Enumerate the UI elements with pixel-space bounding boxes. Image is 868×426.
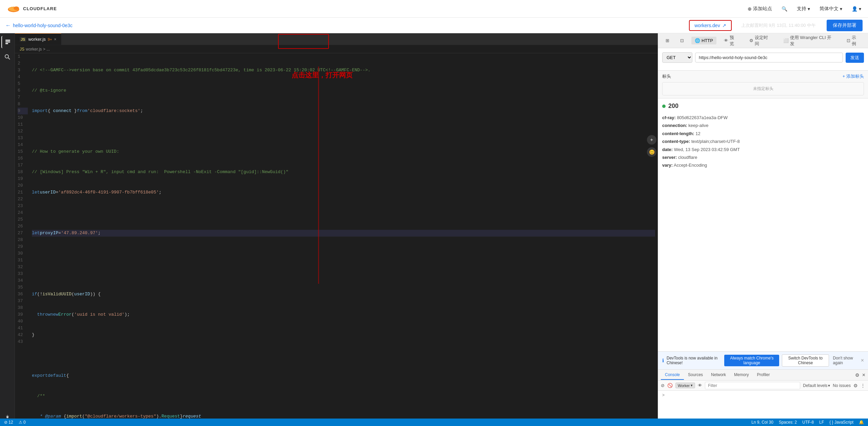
devtools-tab-memory[interactable]: Memory — [730, 370, 753, 380]
filter-input[interactable] — [705, 382, 800, 389]
response-headers: cf-ray: 805d622637a1ea3a-DFW connection:… — [662, 114, 864, 169]
schedule-icon: ⚙ — [749, 38, 753, 43]
editor-tab-worker-js[interactable]: JS worker.js 9+ × — [15, 33, 61, 45]
encoding-indicator: UTF-8 — [802, 420, 814, 425]
face-icon[interactable]: 😊 — [647, 147, 656, 157]
notification-text: DevTools is now available in Chinese! — [667, 356, 722, 365]
top-navigation: CLOUDFLARE ⊕ 添加站点 🔍 支持 ▾ 简体中文 ▾ 👤 ▾ — [0, 0, 868, 18]
nav-right: ⊕ 添加站点 🔍 支持 ▾ 简体中文 ▾ 👤 ▾ — [748, 6, 861, 12]
method-url-row: GET POST PUT DELETE 发送 — [662, 52, 864, 63]
show-icon: ⊡ — [847, 38, 850, 43]
console-settings-icon[interactable]: ⚙ — [853, 383, 858, 388]
chevron-down-icon: ▾ — [828, 383, 830, 388]
project-name: hello-world-holy-sound-0e3c — [13, 23, 73, 28]
http-request-area: GET POST PUT DELETE 发送 — [658, 48, 868, 71]
tab-close-icon[interactable]: × — [54, 37, 56, 42]
console-more-icon[interactable]: ⋮ — [861, 383, 865, 388]
header-server: server: cloudflare — [662, 153, 864, 161]
devtools-tab-console[interactable]: Console — [661, 370, 684, 380]
headers-section: 标头 + 添加标头 未指定标头 — [658, 71, 868, 98]
sparkle-icon[interactable]: ✦ — [647, 135, 656, 145]
switch-to-chinese-button[interactable]: Switch DevTools to Chinese — [782, 354, 829, 367]
back-link[interactable]: ← hello-world-holy-sound-0e3c — [5, 22, 73, 29]
match-chrome-lang-button[interactable]: Always match Chrome's language — [724, 355, 779, 366]
logo-text: CLOUDFLARE — [23, 6, 57, 11]
url-input[interactable] — [695, 53, 843, 62]
add-site-button[interactable]: ⊕ 添加站点 — [748, 6, 772, 12]
wrangler-tab[interactable]: ⬜ 使用 Wrangler CLI 开发 — [780, 33, 839, 48]
devtools-tab-profiler[interactable]: Profiler — [753, 370, 774, 380]
sidebar-icon-files[interactable] — [1, 36, 14, 48]
left-sidebar-icons — [0, 33, 15, 426]
default-levels-dropdown[interactable]: Default levels ▾ — [803, 383, 830, 388]
preview-tab[interactable]: 👁 预览 — [721, 33, 742, 48]
console-eye-icon[interactable]: 👁 — [698, 383, 702, 388]
console-prompt: > — [662, 393, 665, 397]
svg-point-6 — [5, 55, 8, 58]
schedule-tab[interactable]: ⚙ 设定时间 — [746, 33, 776, 48]
http-tab[interactable]: 🌐 HTTP — [691, 37, 716, 44]
method-select[interactable]: GET POST PUT DELETE — [662, 52, 692, 63]
tab-label: worker.js — [28, 37, 45, 42]
no-issues-label: No issues — [833, 383, 851, 388]
status-line: 200 — [662, 103, 864, 110]
worker-dropdown-icon: ▾ — [691, 383, 693, 388]
show-tab[interactable]: ⊡ 示例 — [843, 33, 864, 48]
back-arrow-icon: ← — [5, 22, 11, 29]
spaces-indicator: Spaces: 2 — [779, 420, 797, 425]
error-count: ⊘ 12 — [4, 420, 13, 425]
notification-bell-icon: 🔔 — [859, 420, 864, 425]
devtools-tab-network[interactable]: Network — [707, 370, 730, 380]
logo-area: CLOUDFLARE — [7, 4, 57, 14]
external-link-icon: ↗ — [722, 23, 726, 28]
search-button[interactable]: 🔍 — [782, 6, 787, 12]
breadcrumb-bar: JS worker.js > ... — [15, 45, 658, 53]
devtools-tab-sources[interactable]: Sources — [684, 370, 707, 380]
cursor-position: Ln 9, Col 30 — [751, 420, 773, 425]
language-selector[interactable]: 简体中文 ▾ — [820, 6, 842, 12]
svg-point-8 — [6, 416, 8, 418]
add-header-button[interactable]: + 添加标头 — [843, 73, 864, 79]
send-button[interactable]: 发送 — [846, 53, 864, 63]
project-bar: ← hello-world-holy-sound-0e3c workers.de… — [0, 18, 868, 33]
warning-count: ⚠ 0 — [19, 420, 26, 425]
workers-dev-button[interactable]: workers.dev ↗ — [689, 20, 731, 31]
sidebar-icon-search[interactable] — [1, 51, 14, 63]
status-bar: ⊘ 12 ⚠ 0 Ln 9, Col 30 Spaces: 2 UTF-8 LF… — [0, 419, 868, 426]
right-panel: ⊞ ⊡ 🌐 HTTP 👁 预览 ⚙ 设定时间 ⬜ 使用 Wrangler CLI… — [658, 33, 868, 426]
support-button[interactable]: 支持 ▾ — [797, 6, 810, 12]
last-saved-text: 上次邮置时间 9月 13日, 11:40:00 中午 — [741, 22, 816, 29]
header-cf-ray: cf-ray: 805d622637a1ea3a-DFW — [662, 114, 864, 122]
svg-point-2 — [14, 6, 19, 10]
save-deploy-button[interactable]: 保存并部署 — [827, 20, 863, 31]
dont-show-again-link[interactable]: Don't show again — [833, 356, 858, 365]
no-header-placeholder: 未指定标头 — [662, 82, 864, 95]
tab-modified-count: 9+ — [48, 37, 52, 41]
editor-tab-bar: JS worker.js 9+ × — [15, 33, 658, 45]
http-globe-icon: 🌐 — [695, 38, 700, 43]
devtools-close-icon[interactable]: × — [862, 372, 865, 378]
devtools-console-bar: ⊘ 🚫 Worker ▾ 👁 Default levels ▾ No issue… — [658, 381, 868, 391]
code-editor[interactable]: 1 2 3 4 5 6 7 8 9 10 11 12 13 14 15 16 1… — [15, 53, 658, 426]
headers-title-row: 标头 + 添加标头 — [662, 73, 864, 79]
worker-badge[interactable]: Worker ▾ — [675, 383, 695, 388]
console-clear-icon[interactable]: 🚫 — [667, 383, 673, 388]
header-content-length: content-length: 12 — [662, 130, 864, 137]
status-dot — [662, 105, 666, 108]
http-toolbar: ⊞ ⊡ 🌐 HTTP 👁 预览 ⚙ 设定时间 ⬜ 使用 Wrangler CLI… — [658, 33, 868, 48]
js-icon: JS — [20, 37, 26, 42]
line-numbers: 1 2 3 4 5 6 7 8 9 10 11 12 13 14 15 16 1… — [15, 53, 32, 426]
code-text: // <!--GAMFC-->version base on commit 43… — [32, 53, 658, 426]
user-menu[interactable]: 👤 ▾ — [852, 6, 861, 12]
devtools-notification: ℹ DevTools is now available in Chinese! … — [658, 352, 868, 370]
preview-icon: 👁 — [724, 38, 728, 43]
eol-indicator: LF — [819, 420, 824, 425]
info-icon: ℹ — [662, 358, 664, 363]
svg-line-7 — [8, 58, 10, 59]
devtools-gear-icon[interactable]: ⚙ — [855, 372, 860, 378]
header-vary: vary: Accept-Encoding — [662, 161, 864, 169]
notification-close-icon[interactable]: × — [861, 357, 864, 364]
header-connection: connection: keep-alive — [662, 122, 864, 129]
editor-side-icons: ✦ 😊 — [647, 135, 656, 157]
console-block-icon[interactable]: ⊘ — [661, 383, 665, 388]
